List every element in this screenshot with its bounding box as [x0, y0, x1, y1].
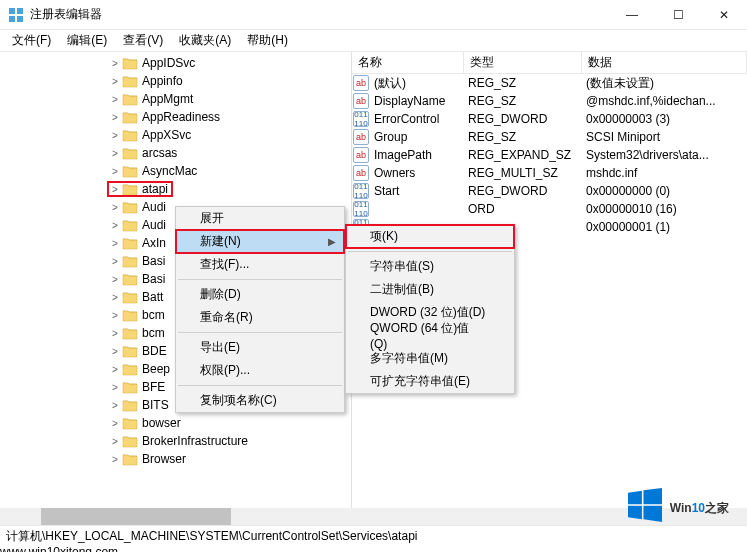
tree-item[interactable]: >arcsas — [0, 144, 351, 162]
expander-icon[interactable]: > — [108, 346, 122, 357]
tree-item[interactable]: >BrokerInfrastructure — [0, 432, 351, 450]
string-value-icon: ab — [353, 75, 369, 91]
cm-expand[interactable]: 展开 — [176, 207, 344, 230]
cm-new-binary[interactable]: 二进制值(B) — [346, 278, 514, 301]
cm-new[interactable]: 新建(N)▶ — [176, 230, 344, 253]
menu-view[interactable]: 查看(V) — [115, 30, 171, 51]
cm-rename[interactable]: 重命名(R) — [176, 306, 344, 329]
hscrollbar-thumb[interactable] — [41, 508, 231, 525]
tree-item[interactable]: >bowser — [0, 414, 351, 432]
window-title: 注册表编辑器 — [30, 6, 609, 23]
svg-rect-3 — [17, 16, 23, 22]
tree-item[interactable]: >AppReadiness — [0, 108, 351, 126]
cm-permissions[interactable]: 权限(P)... — [176, 359, 344, 382]
cm-copy-key-name[interactable]: 复制项名称(C) — [176, 389, 344, 412]
value-type: REG_SZ — [464, 130, 582, 144]
value-name: Owners — [370, 166, 464, 180]
separator — [178, 279, 342, 280]
minimize-button[interactable]: — — [609, 0, 655, 30]
tree-label: Appinfo — [140, 74, 185, 88]
cm-new-multi[interactable]: 多字符串值(M) — [346, 347, 514, 370]
value-header: 名称 类型 数据 — [352, 52, 747, 74]
menu-edit[interactable]: 编辑(E) — [59, 30, 115, 51]
cm-new-qword[interactable]: QWORD (64 位)值(Q) — [346, 324, 514, 347]
cm-new-key[interactable]: 项(K) — [346, 225, 514, 248]
expander-icon[interactable]: > — [108, 58, 122, 69]
expander-icon[interactable]: > — [108, 76, 122, 87]
separator — [178, 385, 342, 386]
maximize-button[interactable]: ☐ — [655, 0, 701, 30]
expander-icon[interactable]: > — [108, 94, 122, 105]
expander-icon[interactable]: > — [108, 328, 122, 339]
cm-new-string[interactable]: 字符串值(S) — [346, 255, 514, 278]
expander-icon[interactable]: > — [108, 310, 122, 321]
tree-label: BITS — [140, 398, 171, 412]
expander-icon[interactable]: > — [108, 292, 122, 303]
tree-label: AppReadiness — [140, 110, 222, 124]
value-row[interactable]: abOwnersREG_MULTI_SZmshdc.inf — [352, 164, 747, 182]
tree-label: BFE — [140, 380, 167, 394]
tree-item[interactable]: >AppXSvc — [0, 126, 351, 144]
watermark-text: Win10之家 — [670, 494, 729, 517]
value-row[interactable]: abDisplayNameREG_SZ@mshdc.inf,%idechan..… — [352, 92, 747, 110]
value-row[interactable]: 011110ErrorControlREG_DWORD0x00000003 (3… — [352, 110, 747, 128]
close-button[interactable]: ✕ — [701, 0, 747, 30]
expander-icon[interactable]: > — [108, 382, 122, 393]
tree-item[interactable]: >AppIDSvc — [0, 54, 351, 72]
value-row[interactable]: 011110ORD0x00000010 (16) — [352, 200, 747, 218]
tree-item[interactable]: >atapi — [0, 180, 351, 198]
tree-label: BDE — [140, 344, 169, 358]
folder-icon — [122, 182, 138, 196]
expander-icon[interactable]: > — [108, 274, 122, 285]
expander-icon[interactable]: > — [108, 364, 122, 375]
expander-icon[interactable]: > — [108, 130, 122, 141]
folder-icon — [122, 308, 138, 322]
value-type: REG_DWORD — [464, 112, 582, 126]
col-type[interactable]: 类型 — [464, 52, 582, 73]
tree-item[interactable]: >AppMgmt — [0, 90, 351, 108]
expander-icon[interactable]: > — [108, 256, 122, 267]
watermark: Win10之家 — [628, 488, 729, 522]
expander-icon[interactable]: > — [108, 202, 122, 213]
value-row[interactable]: abGroupREG_SZSCSI Miniport — [352, 128, 747, 146]
expander-icon[interactable]: > — [108, 400, 122, 411]
tree-label: Basi — [140, 254, 167, 268]
expander-icon[interactable]: > — [108, 436, 122, 447]
cm-delete[interactable]: 删除(D) — [176, 283, 344, 306]
value-type: ORD — [464, 202, 582, 216]
value-row[interactable]: ab(默认)REG_SZ(数值未设置) — [352, 74, 747, 92]
context-menu: 展开 新建(N)▶ 查找(F)... 删除(D) 重命名(R) 导出(E) 权限… — [175, 206, 345, 413]
chevron-right-icon: ▶ — [328, 236, 336, 247]
expander-icon[interactable]: > — [108, 184, 122, 195]
value-name: ErrorControl — [370, 112, 464, 126]
folder-icon — [122, 236, 138, 250]
value-row[interactable]: abImagePathREG_EXPAND_SZSystem32\drivers… — [352, 146, 747, 164]
menu-file[interactable]: 文件(F) — [4, 30, 59, 51]
tree-item[interactable]: >Browser — [0, 450, 351, 468]
value-row[interactable]: 011110StartREG_DWORD0x00000000 (0) — [352, 182, 747, 200]
folder-icon — [122, 398, 138, 412]
cm-export[interactable]: 导出(E) — [176, 336, 344, 359]
svg-rect-0 — [9, 8, 15, 14]
cm-new-expand[interactable]: 可扩充字符串值(E) — [346, 370, 514, 393]
menu-favorites[interactable]: 收藏夹(A) — [171, 30, 239, 51]
expander-icon[interactable]: > — [108, 112, 122, 123]
tree-item[interactable]: >AsyncMac — [0, 162, 351, 180]
menu-help[interactable]: 帮助(H) — [239, 30, 296, 51]
col-data[interactable]: 数据 — [582, 52, 747, 73]
col-name[interactable]: 名称 — [352, 52, 464, 73]
tree-item[interactable]: >Appinfo — [0, 72, 351, 90]
dword-value-icon: 011110 — [353, 201, 369, 217]
value-type: REG_MULTI_SZ — [464, 166, 582, 180]
expander-icon[interactable]: > — [108, 220, 122, 231]
folder-icon — [122, 362, 138, 376]
cm-find[interactable]: 查找(F)... — [176, 253, 344, 276]
expander-icon[interactable]: > — [108, 418, 122, 429]
expander-icon[interactable]: > — [108, 454, 122, 465]
expander-icon[interactable]: > — [108, 238, 122, 249]
cm-new-label: 新建(N) — [200, 233, 241, 250]
tree-label: Browser — [140, 452, 188, 466]
expander-icon[interactable]: > — [108, 166, 122, 177]
expander-icon[interactable]: > — [108, 148, 122, 159]
folder-icon — [122, 272, 138, 286]
